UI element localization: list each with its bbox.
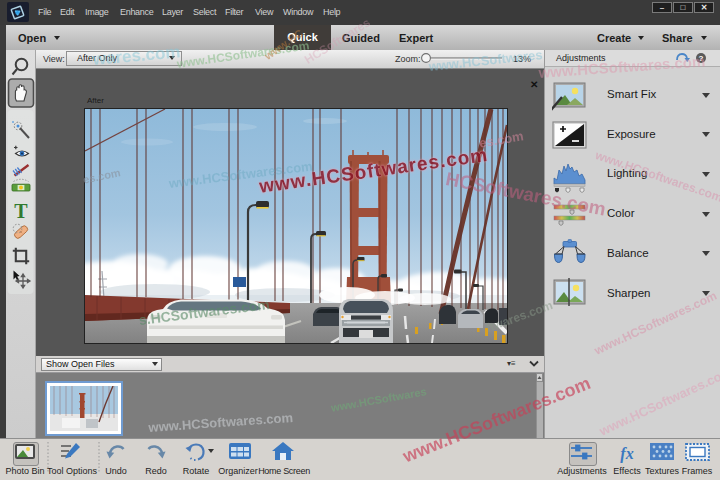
svg-text:T: T: [14, 200, 28, 222]
svg-text:fx: fx: [620, 445, 633, 463]
